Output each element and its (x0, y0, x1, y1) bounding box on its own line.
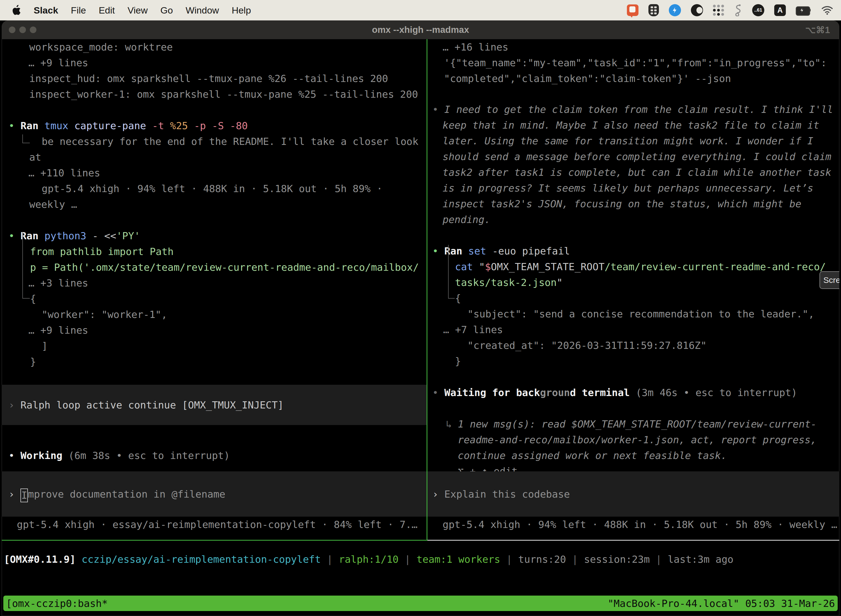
output-line: … +3 lines (28, 275, 88, 291)
text-segment: gpt-5.4 xhigh · 94% left · 488K in · 5.1… (42, 183, 382, 194)
text-segment: cat (455, 261, 479, 273)
inactive-pane-border (428, 540, 840, 541)
tree-connector (22, 232, 30, 299)
shield-grid-icon[interactable] (648, 4, 659, 16)
menu-file[interactable]: File (71, 5, 86, 16)
menu-edit[interactable]: Edit (99, 5, 115, 16)
text-segment: capture-pane (74, 120, 152, 131)
code-line: p = Path('.omx/state/team/review-current… (30, 260, 419, 275)
text-segment: python3 (44, 230, 92, 242)
tmux-host-clock: "MacBook-Pro-44.local" 05:03 31-Mar-26 (608, 598, 835, 609)
text-segment: ↳ (446, 418, 458, 430)
text-segment: << (104, 230, 116, 242)
chat-icon[interactable] (627, 4, 639, 16)
text-segment: task2 after task1 is complete, but can I… (442, 167, 831, 178)
text-segment: mprove documentation in @filename (28, 488, 225, 500)
window-titlebar[interactable]: omx --xhigh --madmax ⌥⌘1 (1, 21, 840, 39)
text-segment: d terminal (570, 387, 636, 398)
text-segment: { (30, 293, 36, 304)
output-line: "worker": "worker-1", (42, 307, 167, 322)
output-line: gpt-5.4 xhigh · 94% left · 488K in · 5.1… (42, 181, 382, 197)
screen-tooltip: Scre (819, 271, 840, 289)
text-segment: gpt-5.4 xhigh · essay/ai-reimplementatio… (17, 519, 418, 530)
text-segment: I need to get the claim token from the c… (444, 104, 833, 115)
menu-app-name[interactable]: Slack (34, 5, 58, 16)
menu-window[interactable]: Window (186, 5, 219, 16)
text-segment: -80 (230, 120, 248, 131)
thinking-line: later. Using the same for transition mig… (442, 133, 813, 149)
battery-charging-icon[interactable] (796, 6, 811, 14)
text-segment: • (9, 120, 21, 131)
prompt-input[interactable]: › Improve documentation in @filename (1, 471, 426, 517)
text-segment: | (321, 554, 339, 565)
text-segment: "subject": "send a concise recommendatio… (467, 308, 814, 320)
text-segment: /team/review-current-readme-and-reco/ (605, 261, 826, 273)
input-source-icon[interactable]: A (774, 4, 786, 16)
apple-icon[interactable] (12, 5, 21, 16)
dots-grid-icon[interactable] (713, 5, 724, 16)
prompt-input[interactable]: › Explain this codebase (428, 471, 840, 517)
text-segment: • (432, 245, 444, 257)
text-segment: be necessary for the end of the README. … (42, 136, 418, 147)
thinking-line: • I need to get the claim token from the… (432, 101, 833, 117)
text-segment: -S (212, 120, 230, 131)
text-segment: turns:20 (518, 554, 566, 565)
menu-help[interactable]: Help (232, 5, 251, 16)
text-segment: session:23m (584, 554, 649, 565)
text-segment: is in progress? It seems likely but perh… (442, 182, 813, 194)
text-segment: groun (540, 387, 570, 398)
thinking-line: is in progress? It seems likely but perh… (442, 180, 813, 196)
active-pane-border (1, 540, 426, 541)
output-line: { (455, 290, 461, 306)
bolt-circle-icon[interactable] (669, 4, 681, 16)
hook-icon[interactable] (734, 4, 742, 16)
menu-go[interactable]: Go (160, 5, 173, 16)
tmux-status-bar: [omx-cczip0:bash* "MacBook-Pro-44.local"… (3, 595, 838, 611)
code-line: from pathlib import Path (30, 244, 174, 260)
text-segment: Waiting for back (444, 387, 540, 398)
tmux-session-label: [omx-cczip0:bash* (6, 598, 108, 609)
output-line: "created_at": "2026-03-31T11:59:27.816Z" (467, 337, 707, 353)
output-line: } (30, 354, 36, 370)
text-segment: … +9 lines (28, 324, 88, 336)
text-segment: 'PY' (116, 230, 140, 242)
output-line: inspect_hud: omx sparkshell --tmux-pane … (29, 70, 388, 87)
text-segment: Ran (21, 120, 44, 131)
terminal-pane-right[interactable]: … +16 lines'{"team_name":"my-team","task… (428, 39, 840, 540)
text-segment: gpt-5.4 xhigh · 94% left · 488K in · 5.1… (442, 519, 837, 530)
text-segment: } (30, 356, 36, 367)
text-segment: • (9, 230, 21, 242)
output-line: be necessary for the end of the README. … (42, 133, 418, 149)
text-segment: " (479, 261, 485, 273)
menu-view[interactable]: View (127, 5, 148, 16)
crescent-icon[interactable] (691, 4, 703, 16)
text-segment: | (566, 554, 584, 565)
thinking-line: task2 after task1 is complete, but can I… (442, 164, 831, 180)
output-line: … +9 lines (28, 322, 88, 338)
text-cursor: I (21, 488, 28, 502)
text-segment: tasks/task-2.json (455, 277, 557, 288)
text-segment: Ralph loop active continue [OMX_TMUX_INJ… (21, 399, 284, 411)
output-line: { (30, 291, 36, 307)
text-segment: keep that in mind. Maybe I also need the… (442, 119, 819, 131)
text-segment: › (432, 488, 444, 500)
terminal-pane-left[interactable]: workspace_mode: worktree… +9 linesinspec… (1, 39, 426, 540)
output-line: … +110 lines (28, 165, 100, 181)
text-segment: Explain this codebase (444, 488, 570, 500)
gauge-icon[interactable]: ..61 (752, 4, 764, 16)
text-segment: p = Path('.omx/state/team/review-current… (30, 262, 419, 273)
text-segment: at (29, 151, 41, 163)
text-segment: "created_at": "2026-03-31T11:59:27.816Z" (467, 340, 707, 351)
text-segment: -p (194, 120, 212, 131)
text-segment: "worker": "worker-1", (42, 309, 167, 320)
wifi-icon[interactable] (821, 6, 833, 15)
text-segment: | (500, 554, 518, 565)
text-segment: (3m 46s • esc to interrupt) (636, 387, 797, 398)
terminal-content: workspace_mode: worktree… +9 linesinspec… (1, 39, 840, 616)
text-segment: set (468, 245, 492, 257)
text-segment: • (432, 104, 444, 115)
output-line: ] (42, 338, 48, 354)
text-segment: … +110 lines (28, 167, 100, 179)
output-line: … +7 lines (443, 322, 503, 337)
waiting-status: • Waiting for background terminal (3m 46… (432, 385, 797, 400)
